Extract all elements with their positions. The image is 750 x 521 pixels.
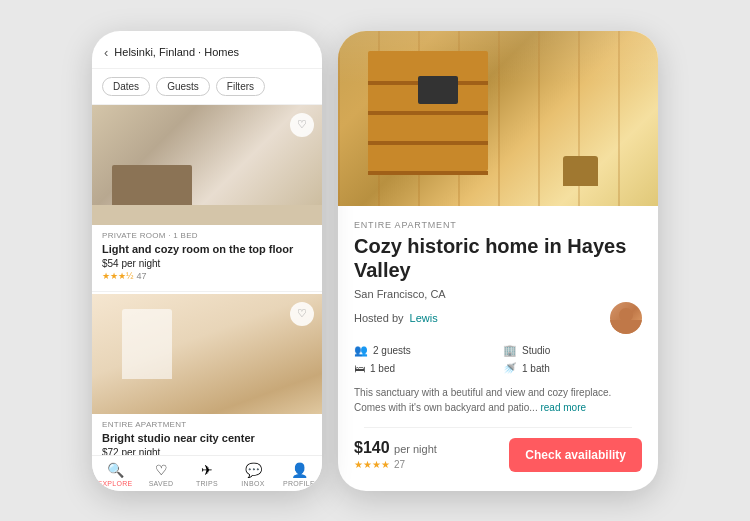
listing-info-2: ENTIRE APARTMENT Bright studio near city…: [92, 414, 322, 455]
nav-explore-label: EXPLORE: [97, 480, 132, 487]
nav-saved-label: SAVED: [149, 480, 174, 487]
dates-filter-btn[interactable]: Dates: [102, 77, 150, 96]
read-more-link[interactable]: read more: [540, 402, 586, 413]
listing-photo-1: [92, 105, 322, 225]
nav-profile[interactable]: 👤 PROFILE: [276, 462, 322, 487]
filter-row: Dates Guests Filters: [92, 69, 322, 105]
amenities-grid: 👥 2 guests 🏢 Studio 🛏 1 bed 🚿 1 bath: [354, 344, 642, 375]
bed-icon: 🛏: [354, 362, 365, 374]
price-rating-count: 27: [394, 459, 405, 470]
hosted-row: Hosted by Lewis: [354, 302, 642, 334]
studio-label: Studio: [522, 345, 550, 356]
listing-price-2: $72 per night: [102, 447, 312, 454]
nav-trips[interactable]: ✈ TRIPS: [184, 462, 230, 487]
nav-profile-label: PROFILE: [283, 480, 315, 487]
phone-header: ‹ Helsinki, Finland · Homes: [92, 31, 322, 69]
inbox-icon: 💬: [245, 462, 262, 478]
amenity-bath: 🚿 1 bath: [503, 362, 642, 375]
listing-title-2: Bright studio near city center: [102, 431, 312, 445]
right-panel: ENTIRE APARTMENT Cozy historic home in H…: [338, 31, 658, 491]
amenity-guests: 👥 2 guests: [354, 344, 493, 357]
left-phone: ‹ Helsinki, Finland · Homes Dates Guests…: [92, 31, 322, 491]
shelf-unit: [368, 51, 488, 171]
listing-price-1: $54 per night: [102, 258, 312, 269]
trips-icon: ✈: [201, 462, 213, 478]
location-text: San Francisco, CA: [354, 288, 642, 300]
amenity-bed: 🛏 1 bed: [354, 362, 493, 375]
rating-count-1: 47: [137, 271, 147, 281]
price-divider: [364, 427, 632, 428]
stars-1: ★★★½: [102, 271, 134, 281]
tv-screen: [418, 76, 458, 104]
nav-trips-label: TRIPS: [196, 480, 218, 487]
heart-btn-1[interactable]: ♡: [290, 113, 314, 137]
header-title: Helsinki, Finland · Homes: [114, 46, 239, 58]
guests-label: 2 guests: [373, 345, 411, 356]
bottom-nav: 🔍 EXPLORE ♡ SAVED ✈ TRIPS 💬 INBOX 👤 PROF…: [92, 455, 322, 491]
price-line: $140 per night: [354, 439, 437, 457]
nav-inbox[interactable]: 💬 INBOX: [230, 462, 276, 487]
explore-icon: 🔍: [107, 462, 124, 478]
listing-type-1: PRIVATE ROOM · 1 BED: [102, 231, 312, 240]
description-text: This sanctuary with a beutiful and view …: [354, 385, 642, 415]
detail-content: ENTIRE APARTMENT Cozy historic home in H…: [338, 206, 658, 491]
studio-icon: 🏢: [503, 344, 517, 357]
chair-detail: [563, 156, 598, 186]
hosted-by-text: Hosted by: [354, 312, 404, 324]
price-stars: ★★★★ 27: [354, 459, 437, 470]
price-stars-icons: ★★★★: [354, 459, 390, 470]
detail-hero-image: [338, 31, 658, 206]
guests-icon: 👥: [354, 344, 368, 357]
listing-type-2: ENTIRE APARTMENT: [102, 420, 312, 429]
listings-scroll: ♡ PRIVATE ROOM · 1 BED Light and cozy ro…: [92, 105, 322, 455]
nav-explore[interactable]: 🔍 EXPLORE: [92, 462, 138, 487]
nav-saved[interactable]: ♡ SAVED: [138, 462, 184, 487]
listing-card-2[interactable]: ♡ ENTIRE APARTMENT Bright studio near ci…: [92, 294, 322, 455]
bath-label: 1 bath: [522, 363, 550, 374]
price-per: per night: [394, 443, 437, 455]
listing-image-1: ♡: [92, 105, 322, 225]
listing-info-1: PRIVATE ROOM · 1 BED Light and cozy room…: [92, 225, 322, 281]
listing-image-2: ♡: [92, 294, 322, 414]
price-row: $140 per night ★★★★ 27 Check availabilit…: [354, 438, 642, 472]
listing-card-1[interactable]: ♡ PRIVATE ROOM · 1 BED Light and cozy ro…: [92, 105, 322, 292]
stars-row-1: ★★★½ 47: [102, 271, 312, 281]
nav-inbox-label: INBOX: [241, 480, 264, 487]
price-block: $140 per night ★★★★ 27: [354, 439, 437, 470]
host-link[interactable]: Lewis: [410, 312, 438, 324]
heart-btn-2[interactable]: ♡: [290, 302, 314, 326]
amenity-studio: 🏢 Studio: [503, 344, 642, 357]
profile-icon: 👤: [291, 462, 308, 478]
listing-title-1: Light and cozy room on the top floor: [102, 242, 312, 256]
guests-filter-btn[interactable]: Guests: [156, 77, 210, 96]
apt-title: Cozy historic home in Hayes Valley: [354, 234, 642, 282]
filters-filter-btn[interactable]: Filters: [216, 77, 265, 96]
check-availability-button[interactable]: Check availability: [509, 438, 642, 472]
back-arrow-icon[interactable]: ‹: [104, 45, 108, 60]
bath-icon: 🚿: [503, 362, 517, 375]
apt-type-label: ENTIRE APARTMENT: [354, 220, 642, 230]
listing-photo-2: [92, 294, 322, 414]
bed-label: 1 bed: [370, 363, 395, 374]
saved-icon: ♡: [155, 462, 168, 478]
host-avatar: [610, 302, 642, 334]
price-amount: $140: [354, 439, 390, 456]
